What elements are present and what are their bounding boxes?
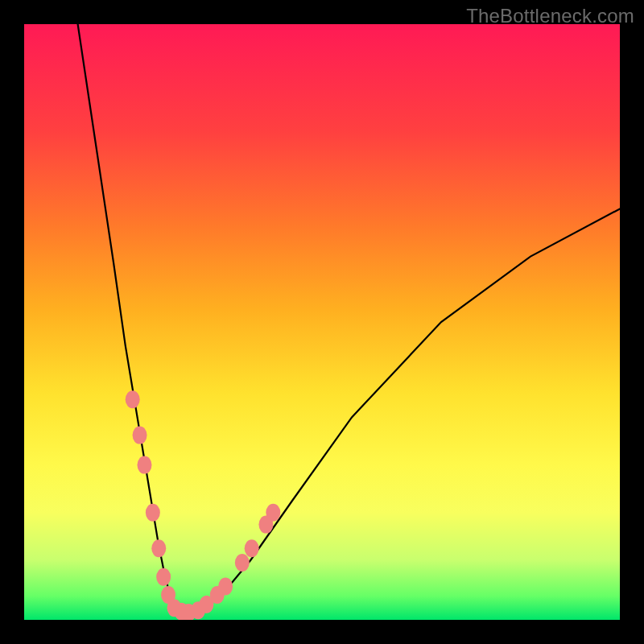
chart-frame: TheBottleneck.com	[0, 0, 644, 644]
curve-marker	[151, 539, 166, 557]
curve-marker	[245, 539, 259, 557]
curve-svg	[24, 24, 620, 620]
curve-marker	[218, 578, 233, 596]
curve-markers	[126, 390, 281, 620]
curve-marker	[156, 568, 171, 586]
bottleneck-curve	[78, 24, 620, 613]
curve-marker	[235, 554, 250, 572]
curve-marker	[133, 427, 147, 444]
curve-marker	[126, 390, 140, 408]
curve-marker	[137, 456, 151, 474]
curve-marker	[266, 504, 280, 522]
plot-area	[24, 24, 620, 620]
curve-marker	[146, 504, 160, 522]
